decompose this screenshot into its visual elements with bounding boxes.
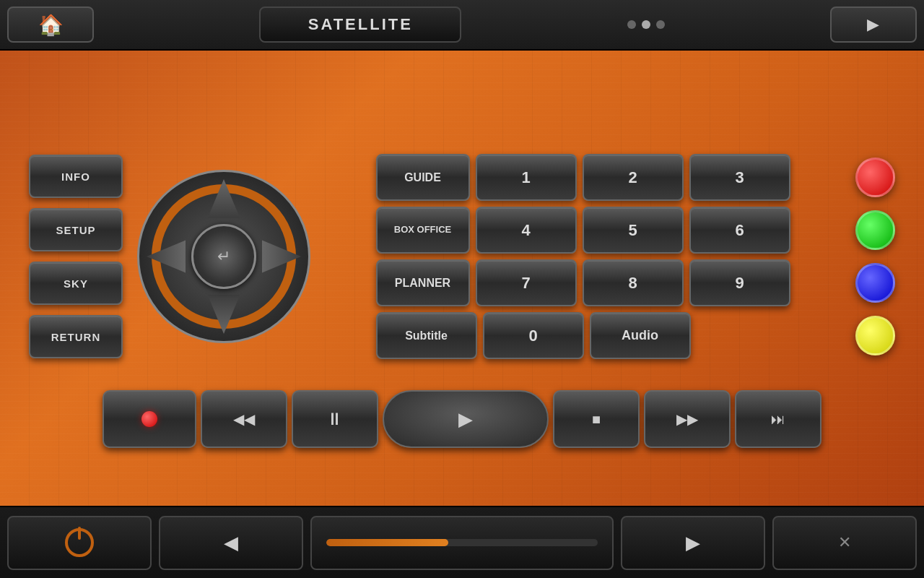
home-icon: 🏠 — [38, 13, 64, 37]
next-button[interactable]: ▶ — [830, 7, 917, 43]
button-row-2: BOX OFFICE 4 5 6 — [376, 207, 790, 254]
num-9-button[interactable]: 9 — [689, 259, 790, 306]
power-button[interactable] — [7, 516, 152, 570]
color-buttons — [855, 158, 895, 355]
stop-icon: ■ — [592, 411, 601, 428]
num-8-button[interactable]: 8 — [583, 259, 684, 306]
button-row-1: GUIDE 1 2 3 — [376, 154, 790, 201]
button-row-4: Subtitle 0 Audio — [376, 312, 790, 359]
num-7-button[interactable]: 7 — [476, 259, 577, 306]
sky-button[interactable]: SKY — [29, 262, 123, 305]
progress-bar-container[interactable] — [310, 516, 614, 570]
enter-icon: ↵ — [217, 247, 230, 266]
mute-icon: ✕ — [838, 533, 851, 552]
back-button[interactable]: ◀ — [159, 516, 303, 570]
top-bar: 🏠 SATELLITE ▶ — [0, 0, 924, 51]
dpad-down-button[interactable] — [201, 293, 247, 336]
rewind-button[interactable]: ◀◀ — [201, 390, 287, 448]
skip-button[interactable]: ⏭ — [735, 390, 821, 448]
pause-icon: ⏸ — [326, 409, 344, 429]
play-button[interactable]: ▶ — [383, 390, 549, 448]
guide-button[interactable]: GUIDE — [376, 154, 470, 201]
forward-button[interactable]: ▶ — [621, 516, 765, 570]
return-button[interactable]: RETURN — [29, 315, 123, 358]
back-icon: ◀ — [224, 532, 238, 554]
home-button[interactable]: 🏠 — [7, 7, 94, 43]
progress-fill — [326, 539, 448, 546]
play-icon: ▶ — [458, 408, 473, 431]
dot-2 — [642, 20, 650, 29]
dot-1 — [627, 20, 636, 29]
num-1-button[interactable]: 1 — [476, 154, 577, 201]
main-area: INFO SETUP SKY RETURN — [0, 51, 924, 506]
fast-forward-button[interactable]: ▶▶ — [644, 390, 731, 448]
dpad-left-button[interactable] — [144, 233, 188, 280]
audio-button[interactable]: Audio — [590, 312, 691, 359]
page-title: SATELLITE — [308, 15, 413, 34]
fast-forward-icon: ▶▶ — [676, 410, 698, 428]
side-buttons: INFO SETUP SKY RETURN — [29, 155, 123, 358]
stop-button[interactable]: ■ — [553, 390, 640, 448]
mute-button[interactable]: ✕ — [772, 516, 917, 570]
dpad-right-button[interactable] — [260, 233, 303, 280]
subtitle-button[interactable]: Subtitle — [376, 312, 477, 359]
forward-icon: ▶ — [686, 532, 700, 554]
skip-icon: ⏭ — [771, 411, 785, 428]
power-icon — [65, 528, 94, 557]
num-2-button[interactable]: 2 — [583, 154, 684, 201]
next-icon: ▶ — [867, 15, 879, 34]
num-4-button[interactable]: 4 — [476, 207, 577, 254]
num-0-button[interactable]: 0 — [483, 312, 584, 359]
pause-button[interactable]: ⏸ — [292, 390, 378, 448]
transport-row: ◀◀ ⏸ ▶ ■ ▶▶ ⏭ — [65, 390, 859, 448]
dpad-enter-button[interactable]: ↵ — [191, 224, 256, 289]
num-3-button[interactable]: 3 — [689, 154, 790, 201]
num-5-button[interactable]: 5 — [583, 207, 684, 254]
right-panel: GUIDE 1 2 3 BOX OFFICE 4 — [376, 154, 790, 359]
bottom-bar: ◀ ▶ ✕ — [0, 506, 924, 578]
green-button[interactable] — [855, 210, 895, 250]
dpad-container: ↵ — [137, 170, 310, 343]
left-panel: INFO SETUP SKY RETURN — [29, 155, 310, 358]
dpad-up-button[interactable] — [201, 177, 247, 220]
button-row-3: PLANNER 7 8 9 — [376, 259, 790, 306]
yellow-button[interactable] — [855, 316, 895, 355]
dot-indicators — [627, 20, 665, 29]
progress-track — [326, 539, 598, 546]
record-dot — [141, 411, 157, 427]
remote-area: INFO SETUP SKY RETURN — [29, 79, 895, 477]
red-button[interactable] — [855, 158, 895, 197]
setup-button[interactable]: SETUP — [29, 208, 123, 251]
rewind-icon: ◀◀ — [233, 410, 255, 428]
dot-3 — [656, 20, 665, 29]
box-office-button[interactable]: BOX OFFICE — [376, 207, 470, 254]
planner-button[interactable]: PLANNER — [376, 259, 470, 306]
title-box: SATELLITE — [259, 7, 461, 43]
num-6-button[interactable]: 6 — [689, 207, 790, 254]
info-button[interactable]: INFO — [29, 155, 123, 198]
blue-button[interactable] — [855, 263, 895, 303]
record-button[interactable] — [103, 390, 196, 448]
